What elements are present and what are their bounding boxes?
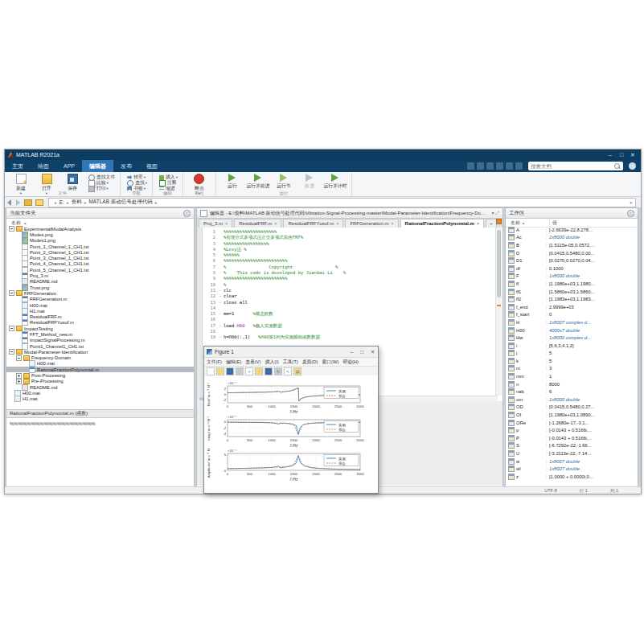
collapse-icon[interactable] xyxy=(9,226,14,232)
tree-item[interactable]: Point_3_Channel_1_CH1.txt xyxy=(6,255,194,260)
up-folder-icon[interactable] xyxy=(24,199,32,206)
tree-item[interactable]: ResidualFRFYusuf.m xyxy=(6,320,194,326)
code-line[interactable]: 11-clc xyxy=(203,288,496,293)
breakpoint-alley[interactable] xyxy=(197,228,203,396)
tree-item[interactable]: Point_2_Channel_1_CH1.txt xyxy=(6,249,194,255)
tree-item[interactable]: Modes.png xyxy=(6,232,194,237)
breadcrumb[interactable]: ▸E:▸资料▸MATLAB 振动信号处理代码▸▾ xyxy=(48,198,636,207)
tree-item[interactable]: Post-Processing xyxy=(6,372,194,378)
collapse-icon[interactable] xyxy=(9,349,14,355)
paste-icon[interactable] xyxy=(496,162,503,170)
tree-item[interactable]: ExperimentalModalAnalysis xyxy=(6,226,194,232)
variable-row[interactable]: Hw1x8000 complex d... xyxy=(506,334,638,342)
tree-item[interactable]: README.md xyxy=(6,279,194,285)
pan-icon[interactable]: ✥ xyxy=(265,367,273,375)
undo-icon[interactable] xyxy=(506,162,513,170)
tree-item[interactable]: RationalFractionPolynomial.m xyxy=(6,367,194,372)
variable-row[interactable]: m3 xyxy=(506,365,638,373)
variable-row[interactable]: U[-3.2113e-22,-7.14... xyxy=(506,449,638,457)
variable-row[interactable]: f_start0 xyxy=(506,311,638,319)
breadcrumb-dropdown-icon[interactable]: ▾ xyxy=(630,200,632,205)
tree-item[interactable]: Point_1_Channel_1_CH1.txt xyxy=(6,244,194,249)
variable-row[interactable]: ff2[1.1983e+03,1.1983... xyxy=(506,295,638,303)
tree-item[interactable]: Modal-Parameter-Identification xyxy=(6,349,194,355)
collapse-icon[interactable] xyxy=(9,290,14,296)
variable-row[interactable]: df0.1000 xyxy=(506,265,638,273)
figure-menu-item[interactable]: 窗口(W) xyxy=(322,359,338,366)
code-line[interactable]: 16 xyxy=(203,317,496,322)
code-line[interactable]: 17-load H00 %载入实测数据 xyxy=(203,323,496,329)
variable-row[interactable]: w1x8007 double xyxy=(506,457,638,466)
variable-row[interactable]: ORe[-1.2680e-17,-3.1... xyxy=(506,419,638,427)
code-line[interactable]: 13-close all xyxy=(203,300,496,306)
code-line[interactable]: 18 xyxy=(203,329,496,334)
tree-item[interactable]: ImpactTesting xyxy=(6,326,194,331)
figure-menu-item[interactable]: 工具(T) xyxy=(283,359,298,366)
code-line[interactable]: 3%%%%%%%%%%%%%%%%% xyxy=(203,241,496,247)
figure-menu-item[interactable]: 查看(V) xyxy=(245,359,260,366)
insert-legend-icon[interactable]: ▤ xyxy=(293,367,301,375)
tree-item[interactable]: Trust.png xyxy=(6,285,194,290)
breadcrumb-segment[interactable]: MATLAB 振动信号处理代码 xyxy=(88,199,152,206)
redo-icon[interactable] xyxy=(515,162,523,170)
ribbon-tab-绘图[interactable]: 绘图 xyxy=(31,160,56,172)
variable-row[interactable]: P[-0.0143 + 0.5166i,... xyxy=(506,434,638,442)
figure-menu-item[interactable]: 帮助(H) xyxy=(343,359,359,366)
close-icon[interactable]: ✕ xyxy=(628,150,638,159)
variable-row[interactable]: ff[1.1980e+03,1.1980... xyxy=(506,280,638,288)
tree-item[interactable]: H1.mat xyxy=(6,396,194,402)
code-line[interactable]: 9%%%%%%%%%%%%%%%%%%%%%%%% xyxy=(203,276,496,281)
code-line[interactable]: 7% Copyright % xyxy=(203,265,496,270)
variable-row[interactable]: z[1.0000 + 0.0000i,0... xyxy=(506,473,638,481)
tree-item[interactable]: ImpactSignalProcessing.m xyxy=(6,338,194,343)
figure-menu-item[interactable]: 插入(I) xyxy=(265,359,279,366)
variable-row[interactable]: om1x8000 double xyxy=(506,396,638,404)
variable-row[interactable]: j5 xyxy=(506,350,638,358)
rotate-3d-icon[interactable]: ↻ xyxy=(274,367,282,375)
ribbon-tab-APP[interactable]: APP xyxy=(56,160,82,172)
back-icon[interactable] xyxy=(7,199,11,206)
zoom-out-icon[interactable]: - xyxy=(255,367,263,375)
code-line[interactable]: 19-h=H00(:,1) %H00第1列为实测频响函数数据 xyxy=(203,334,496,340)
variable-row[interactable]: i[5,6,3,4,1,2] xyxy=(506,342,638,350)
cut-icon[interactable] xyxy=(477,162,484,170)
close-icon[interactable]: ✕ xyxy=(367,347,378,357)
maximize-icon[interactable]: □ xyxy=(357,347,367,357)
editor-vertical-scrollbar[interactable] xyxy=(495,228,502,396)
tree-item[interactable]: FRFGeneration xyxy=(6,290,194,296)
code-line[interactable]: 6%%%%%%%%%%%%%%%%%%%%%%%% xyxy=(203,258,496,264)
variable-row[interactable]: mm1 xyxy=(506,372,638,380)
code-analyzer-indicator[interactable] xyxy=(496,219,502,224)
variable-row[interactable]: H1x8007 complex d... xyxy=(506,318,638,326)
tree-item[interactable]: Point_5_Channel_1_CH1.txt xyxy=(6,267,194,273)
collapse-icon[interactable] xyxy=(9,326,14,331)
variable-row[interactable]: F1x8000 double xyxy=(506,273,638,281)
save-icon[interactable] xyxy=(467,162,474,170)
ribbon-tab-视图[interactable]: 视图 xyxy=(139,160,165,172)
code-line[interactable]: 5%%%%%% xyxy=(203,252,496,258)
variable-row[interactable]: Of[1.1980e+03,1.0890... xyxy=(506,411,638,419)
code-line[interactable]: 2%有理分式多项式法正交多项式拟合FRF% xyxy=(203,235,496,240)
variable-row[interactable]: A[-2.6639e-22,8.278... xyxy=(506,226,638,234)
maximize-icon[interactable]: □ xyxy=(617,150,626,159)
code-line[interactable]: 1%%%%%%%%%%%%%%%%%%%% xyxy=(203,229,496,235)
minimize-icon[interactable]: – xyxy=(347,347,357,357)
breadcrumb-segment[interactable]: 资料 xyxy=(72,199,82,206)
variable-row[interactable]: wl1x8007 double xyxy=(506,465,638,473)
variable-row[interactable]: OD[0.0415,0.5480,0.27... xyxy=(506,404,638,412)
browse-folder-icon[interactable] xyxy=(35,199,43,206)
search-input[interactable] xyxy=(528,163,614,169)
tree-item[interactable]: Pre-Processing xyxy=(6,379,194,384)
variable-row[interactable]: n8000 xyxy=(506,380,638,388)
run-advance-button[interactable]: 运行并前进 xyxy=(246,174,270,190)
open-file-icon[interactable] xyxy=(216,367,224,375)
tree-item[interactable]: H1.mat xyxy=(6,308,194,314)
ribbon-tab-编辑器[interactable]: 编辑器 xyxy=(82,160,113,172)
breadcrumb-segment[interactable]: E: xyxy=(59,199,64,205)
advance-button[interactable]: 前进 xyxy=(297,174,322,190)
tree-item[interactable]: FRFGeneration.m xyxy=(6,297,194,302)
variable-row[interactable]: D[0.0415,0.5480,0.00... xyxy=(506,249,638,257)
tree-item[interactable]: Point1_Channel1_CH1.txt xyxy=(6,343,194,349)
variable-row[interactable]: k5 xyxy=(506,357,638,365)
figure-menu-item[interactable]: 编辑(E) xyxy=(226,359,241,366)
